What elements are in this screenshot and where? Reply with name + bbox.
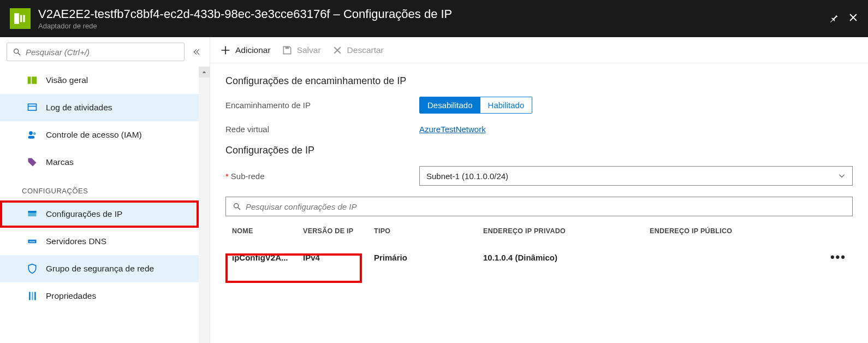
- sidebar-item-ip-configurations[interactable]: Configurações de IP: [0, 200, 199, 228]
- vnet-link[interactable]: AzureTestNetwork: [419, 125, 486, 134]
- cell-name: ipConfigV2A...: [232, 253, 303, 262]
- properties-icon: [26, 290, 38, 302]
- sidebar-item-dns-servers[interactable]: www Servidores DNS: [0, 228, 199, 255]
- svg-rect-5: [28, 76, 31, 84]
- svg-text:www: www: [29, 240, 35, 243]
- sidebar-item-nsg[interactable]: Grupo de segurança de rede: [0, 255, 199, 282]
- tag-icon: [26, 156, 38, 168]
- col-version: VERSÃO DE IP: [303, 227, 374, 235]
- plus-icon: [220, 45, 231, 56]
- vnet-label: Rede virtual: [225, 125, 419, 134]
- svg-line-21: [238, 208, 240, 210]
- toolbar-label: Salvar: [297, 45, 321, 55]
- dns-icon: www: [26, 235, 38, 247]
- ipconfig-section-title: Configurações de IP: [225, 145, 853, 156]
- forwarding-section-title: Configurações de encaminhamento de IP: [225, 75, 853, 87]
- sidebar-item-iam[interactable]: Controle de acesso (IAM): [0, 121, 199, 149]
- table-row[interactable]: ipConfigV2A... IPv4 Primário 10.1.0.4 (D…: [225, 241, 853, 273]
- scroll-up-button[interactable]: [199, 67, 210, 78]
- collapse-sidebar-button[interactable]: [190, 45, 203, 58]
- svg-rect-16: [29, 292, 31, 300]
- col-name: NOME: [232, 227, 303, 235]
- sidebar-item-tags[interactable]: Marcas: [0, 149, 199, 176]
- blade-header: V2AE2E2-testfb7c8bf4-ec2d-433b-98ec-3e3c…: [0, 0, 868, 37]
- resource-icon: [10, 8, 31, 29]
- row-context-menu[interactable]: •••: [824, 250, 846, 264]
- ip-forwarding-label: Encaminhamento de IP: [225, 100, 419, 110]
- toolbar-label: Adicionar: [235, 45, 271, 55]
- svg-point-20: [234, 204, 239, 208]
- close-icon[interactable]: [848, 13, 858, 25]
- svg-rect-19: [285, 46, 289, 49]
- subnet-label: *Sub-rede: [225, 172, 419, 181]
- svg-point-3: [14, 49, 19, 54]
- svg-point-10: [33, 132, 36, 135]
- sidebar-search[interactable]: [7, 43, 185, 61]
- sidebar-item-label: Controle de acesso (IAM): [46, 130, 142, 140]
- discard-icon: [332, 45, 343, 56]
- svg-line-4: [18, 53, 20, 55]
- toggle-option-enabled[interactable]: Habilitado: [480, 97, 532, 113]
- sidebar-menu: Visão geral Log de atividades Controle d…: [0, 67, 210, 343]
- svg-rect-2: [23, 15, 25, 22]
- sidebar-item-label: Servidores DNS: [46, 236, 106, 246]
- svg-rect-18: [34, 292, 35, 300]
- sidebar-item-label: Visão geral: [46, 75, 88, 85]
- overview-icon: [26, 74, 38, 86]
- sidebar-item-label: Propriedades: [46, 291, 96, 301]
- add-button[interactable]: Adicionar: [220, 45, 271, 56]
- toggle-option-disabled[interactable]: Desabilitado: [420, 97, 480, 113]
- ipconfig-filter-input[interactable]: [246, 202, 846, 211]
- svg-rect-7: [28, 104, 37, 110]
- activity-log-icon: [26, 102, 38, 114]
- discard-button[interactable]: Descartar: [332, 45, 384, 56]
- sidebar-item-label: Configurações de IP: [46, 209, 122, 219]
- shield-icon: [26, 263, 38, 275]
- subnet-value: Subnet-1 (10.1.0.0/24): [426, 172, 508, 181]
- ipconfig-icon: [26, 208, 38, 220]
- svg-rect-11: [28, 136, 35, 139]
- toolbar-label: Descartar: [347, 45, 384, 55]
- table-header: NOME VERSÃO DE IP TIPO ENDEREÇO IP PRIVA…: [225, 221, 853, 241]
- pin-icon[interactable]: [829, 13, 839, 25]
- ipconfig-table: NOME VERSÃO DE IP TIPO ENDEREÇO IP PRIVA…: [225, 221, 853, 273]
- cell-version: IPv4: [303, 253, 374, 262]
- search-icon: [13, 48, 21, 56]
- cell-type: Primário: [374, 253, 483, 262]
- main-pane: Adicionar Salvar Descartar Configurações…: [210, 37, 868, 343]
- toolbar: Adicionar Salvar Descartar: [210, 37, 868, 63]
- sidebar-section-label: CONFIGURAÇÕES: [0, 176, 199, 200]
- sidebar: Visão geral Log de atividades Controle d…: [0, 37, 210, 343]
- svg-rect-1: [20, 15, 22, 22]
- col-type: TIPO: [374, 227, 483, 235]
- sidebar-item-label: Grupo de segurança de rede: [46, 264, 154, 274]
- sidebar-item-overview[interactable]: Visão geral: [0, 67, 199, 94]
- ip-forwarding-toggle[interactable]: Desabilitado Habilitado: [419, 97, 532, 114]
- ipconfig-filter[interactable]: [225, 197, 853, 216]
- cell-private-ip: 10.1.0.4 (Dinâmico): [483, 253, 650, 262]
- sidebar-item-label: Log de atividades: [46, 103, 112, 113]
- blade-title: V2AE2E2-testfb7c8bf4-ec2d-433b-98ec-3e3c…: [38, 7, 829, 21]
- col-private-ip: ENDEREÇO IP PRIVADO: [483, 227, 650, 235]
- chevron-down-icon: [838, 172, 846, 180]
- scrollbar-track[interactable]: [199, 67, 210, 343]
- blade-subtitle: Adaptador de rede: [38, 22, 829, 30]
- svg-rect-17: [32, 292, 33, 300]
- sidebar-search-input[interactable]: [26, 48, 179, 57]
- sidebar-item-activity-log[interactable]: Log de atividades: [0, 94, 199, 121]
- subnet-select[interactable]: Subnet-1 (10.1.0.0/24): [419, 166, 853, 186]
- svg-rect-0: [14, 13, 19, 24]
- save-button[interactable]: Salvar: [282, 45, 321, 56]
- chevrons-left-icon: [193, 48, 200, 56]
- save-icon: [282, 45, 293, 56]
- search-icon: [233, 202, 241, 211]
- svg-point-9: [29, 131, 33, 135]
- col-public-ip: ENDEREÇO IP PÚBLICO: [650, 227, 824, 235]
- sidebar-item-properties[interactable]: Propriedades: [0, 282, 199, 310]
- svg-rect-13: [28, 211, 37, 212]
- sidebar-item-label: Marcas: [46, 157, 74, 167]
- people-icon: [26, 129, 38, 141]
- svg-rect-6: [32, 76, 37, 84]
